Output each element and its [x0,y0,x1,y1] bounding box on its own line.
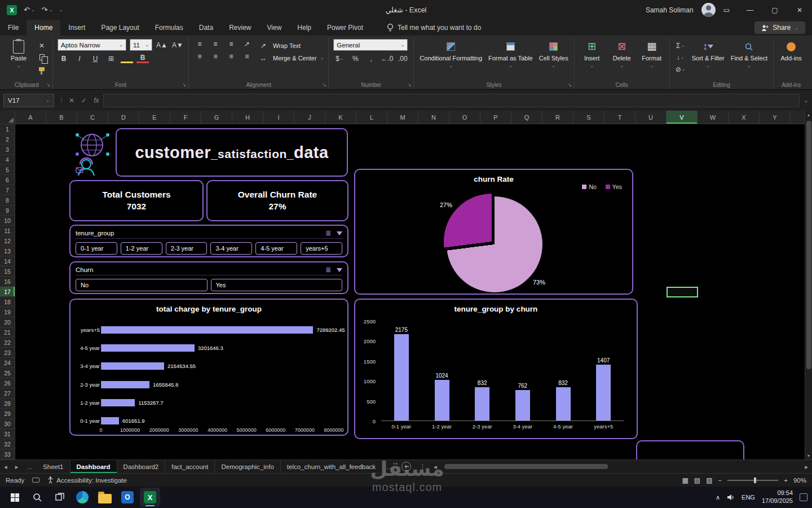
zoom-level[interactable]: 90% [793,477,806,484]
paste-button[interactable]: Paste ⌄ [6,39,32,69]
sheet-tab-sheet1[interactable]: Sheet1 [37,460,70,473]
percent-style-button[interactable]: % [349,54,361,63]
row-header-30[interactable]: 30 [0,419,15,429]
file-explorer-button[interactable] [95,488,115,507]
page-layout-view-icon[interactable]: ▤ [694,476,700,484]
name-box[interactable]: V17⌄ [3,94,54,107]
row-header-15[interactable]: 15 [0,266,15,277]
row-header-4[interactable]: 4 [0,155,15,165]
borders-button[interactable]: ⊞ [105,54,117,63]
ribbon-tab-power-pivot[interactable]: Power Pivot [319,20,371,36]
slicer-button-years-5[interactable]: years+5 [301,242,342,255]
row-header-6[interactable]: 6 [0,175,15,185]
row-header-23[interactable]: 23 [0,348,15,358]
comma-style-button[interactable]: , [365,54,377,63]
align-middle-icon[interactable]: ≡ [209,39,222,49]
column-header-H[interactable]: H [232,111,263,124]
column-header-E[interactable]: E [139,111,170,124]
align-top-icon[interactable]: ≡ [193,39,206,49]
column-header-J[interactable]: J [294,111,325,124]
column-header-G[interactable]: G [201,111,232,124]
start-button[interactable] [5,488,25,507]
sheet-overflow-left[interactable]: … [23,463,37,470]
horizontal-scroll-thumb[interactable] [444,464,608,469]
ribbon-tab-formulas[interactable]: Formulas [147,20,191,36]
ribbon-display-options-icon[interactable]: ▭ [723,6,730,14]
taskbar-browser-button[interactable] [72,488,92,507]
cancel-icon[interactable]: ✕ [69,97,74,104]
horizontal-scrollbar[interactable]: ◂ ▸ [430,460,812,473]
new-sheet-button[interactable]: + [401,462,411,471]
ribbon-tab-review[interactable]: Review [221,20,259,36]
column-header-P[interactable]: P [480,111,511,124]
sheet-tab-fact-account[interactable]: fact_account [165,460,215,473]
zoom-slider-thumb[interactable] [754,478,756,483]
column-header-S[interactable]: S [573,111,604,124]
taskbar-search-button[interactable] [27,488,47,507]
row-header-12[interactable]: 12 [0,236,15,246]
row-header-9[interactable]: 9 [0,205,15,216]
row-header-29[interactable]: 29 [0,409,15,419]
column-header-F[interactable]: F [170,111,201,124]
decrease-decimal-button[interactable]: .00 [396,54,409,63]
format-as-table-button[interactable]: Format as Table⌄ [487,39,534,69]
row-header-13[interactable]: 13 [0,246,15,256]
slicer-multiselect-icon[interactable]: ≣ [325,229,331,237]
insert-function-icon[interactable]: fx [94,97,99,104]
column-header-A[interactable]: A [15,111,46,124]
column-header-I[interactable]: I [263,111,294,124]
column-header-T[interactable]: T [604,111,636,124]
sheet-overflow-right[interactable]: … [382,463,397,470]
grow-font-button[interactable]: A▲ [156,40,168,50]
maximize-button[interactable]: ▢ [762,0,787,20]
page-break-view-icon[interactable]: ▨ [706,476,712,484]
row-header-28[interactable]: 28 [0,398,15,409]
italic-button[interactable]: I [73,54,86,63]
slicer-button-no[interactable]: No [76,279,208,291]
column-header-M[interactable]: M [387,111,418,124]
slicer-button-yes[interactable]: Yes [211,279,343,291]
delete-cells-button[interactable]: ⊠ Delete⌄ [609,39,635,69]
row-header-17[interactable]: 17 [0,287,15,297]
minimize-button[interactable]: — [738,0,762,20]
sheet-tab-menu-icon[interactable]: ⋮ [416,463,430,471]
font-dialog-launcher[interactable]: ↘ [182,82,186,87]
align-bottom-icon[interactable]: ≡ [225,39,237,49]
row-header-5[interactable]: 5 [0,165,15,175]
column-header-C[interactable]: C [77,111,108,124]
column-header-O[interactable]: O [449,111,480,124]
hscroll-right-icon[interactable]: ▸ [801,463,812,471]
zoom-in-icon[interactable]: + [784,477,788,484]
sheet-nav-right-icon[interactable]: ▸ [11,463,23,471]
indent-icon[interactable]: ≡ [241,51,253,61]
column-header-Y[interactable]: Y [760,111,791,124]
column-header-U[interactable]: U [636,111,667,124]
font-name-combo[interactable]: Aptos Narrow⌄ [58,39,126,51]
row-header-14[interactable]: 14 [0,256,15,266]
slicer-button-1-2-year[interactable]: 1-2 year [121,242,162,255]
selected-cell-V17[interactable] [667,287,698,297]
conditional-formatting-button[interactable]: Conditional Formatting⌄ [418,39,483,69]
row-header-27[interactable]: 27 [0,388,15,398]
bold-button[interactable]: B [58,54,70,63]
vertical-scroll-thumb[interactable] [806,121,811,369]
row-header-3[interactable]: 3 [0,144,15,155]
task-view-button[interactable] [50,488,70,507]
row-header-25[interactable]: 25 [0,368,15,378]
find-select-button[interactable]: Find & Select⌄ [730,39,769,69]
align-center-icon[interactable]: ≡ [209,51,222,61]
merge-center-button[interactable]: ↔ Merge & Center ⌄ [257,53,324,63]
row-header-8[interactable]: 8 [0,195,15,205]
slicer-clear-filter-icon[interactable] [337,268,342,272]
column-header-R[interactable]: R [542,111,573,124]
row-header-32[interactable]: 32 [0,439,15,449]
column-header-L[interactable]: L [356,111,387,124]
copy-icon[interactable] [36,52,48,62]
column-header-V[interactable]: V [667,111,698,124]
taskbar-clock[interactable]: 09:54 17/09/2025 [762,489,793,505]
autosum-button[interactable]: Σ⌄ [674,41,687,50]
number-dialog-launcher[interactable]: ↘ [408,82,412,87]
user-avatar[interactable] [701,3,716,17]
cell-styles-button[interactable]: Cell Styles⌄ [538,39,570,69]
sheet-tab-dashboard[interactable]: Dashboard [70,460,117,473]
